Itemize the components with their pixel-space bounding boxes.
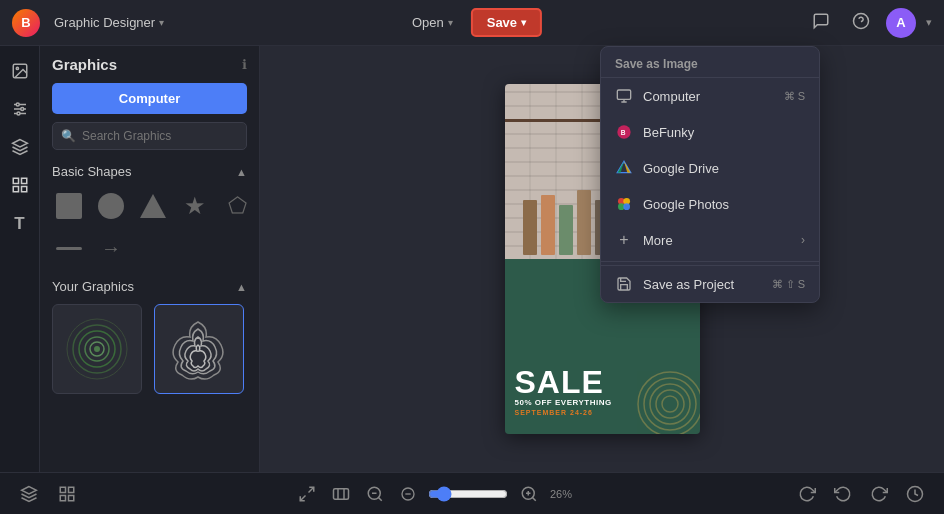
graphic-item-1[interactable] — [52, 304, 142, 394]
text-icon: T — [14, 214, 24, 234]
history-btn[interactable] — [902, 481, 928, 507]
save-google-photos-item[interactable]: Google Photos — [601, 186, 819, 222]
your-graphics-section-header[interactable]: Your Graphics ▲ — [52, 279, 247, 294]
save-more-item[interactable]: + More › — [601, 222, 819, 258]
app-logo: B — [12, 9, 40, 37]
svg-rect-29 — [60, 495, 65, 500]
layers-bottom-btn[interactable] — [16, 481, 42, 507]
google-drive-icon — [615, 159, 633, 177]
layers-icon — [11, 138, 29, 159]
save-project-shortcut: ⌘ ⇧ S — [772, 278, 805, 291]
filters-sidebar-btn[interactable] — [4, 94, 36, 126]
sale-main-text: SALE — [515, 366, 612, 398]
grid-icon — [11, 176, 29, 197]
zoom-reset-btn[interactable] — [396, 482, 420, 506]
dropdown-header: Save as Image — [601, 47, 819, 78]
elements-sidebar-btn[interactable] — [4, 170, 36, 202]
shape-square[interactable] — [52, 189, 86, 223]
shape-circle[interactable] — [94, 189, 128, 223]
svg-point-9 — [17, 112, 20, 115]
save-button[interactable]: Save ▾ — [471, 8, 542, 37]
svg-line-31 — [309, 487, 314, 492]
save-dropdown-menu: Save as Image Computer ⌘ S B BeFunky — [600, 46, 820, 303]
text-sidebar-btn[interactable]: T — [4, 208, 36, 240]
your-graphics-title: Your Graphics — [52, 279, 134, 294]
shape-line[interactable] — [52, 231, 86, 265]
bottombar: 26% — [0, 472, 944, 514]
graphics-panel: Graphics ℹ Computer 🔍 Basic Shapes ▲ ★ ⬠… — [40, 46, 260, 472]
svg-point-57 — [623, 203, 630, 210]
icon-sidebar: T — [0, 46, 40, 472]
svg-rect-28 — [69, 487, 74, 492]
save-as-project-item[interactable]: Save as Project ⌘ ⇧ S — [601, 265, 819, 302]
svg-point-8 — [20, 107, 23, 110]
fit-screen-btn[interactable] — [328, 481, 354, 507]
svg-point-7 — [16, 103, 19, 106]
image-icon — [11, 62, 29, 83]
basic-shapes-title: Basic Shapes — [52, 164, 132, 179]
avatar-button[interactable]: A — [886, 8, 916, 38]
shape-triangle[interactable] — [136, 189, 170, 223]
google-photos-icon — [615, 195, 633, 213]
panel-title: Graphics — [52, 56, 117, 73]
sliders-icon — [11, 100, 29, 121]
basic-shapes-chevron: ▲ — [236, 166, 247, 178]
shape-arrow[interactable]: → — [94, 231, 128, 265]
avatar-label: A — [896, 15, 905, 30]
graphics-sidebar-btn[interactable] — [4, 56, 36, 88]
avatar-chevron: ▾ — [926, 16, 932, 29]
svg-point-3 — [16, 67, 18, 69]
svg-rect-11 — [13, 178, 18, 183]
graphic-item-2[interactable] — [154, 304, 244, 394]
search-bar[interactable]: 🔍 — [52, 122, 247, 150]
panel-header: Graphics ℹ — [52, 56, 247, 73]
help-icon — [852, 12, 870, 34]
svg-rect-14 — [21, 186, 26, 191]
more-arrow-icon: › — [801, 233, 805, 247]
save-computer-item[interactable]: Computer ⌘ S — [601, 78, 819, 114]
befunky-icon: B — [615, 123, 633, 141]
topbar-center: Open ▾ Save ▾ — [402, 8, 542, 37]
undo-btn[interactable] — [830, 481, 856, 507]
zoom-in-btn[interactable] — [516, 481, 542, 507]
layers-sidebar-btn[interactable] — [4, 132, 36, 164]
svg-rect-12 — [21, 178, 26, 183]
computer-button[interactable]: Computer — [52, 83, 247, 114]
zoom-out-btn[interactable] — [362, 481, 388, 507]
fullscreen-btn[interactable] — [294, 481, 320, 507]
basic-shapes-section-header[interactable]: Basic Shapes ▲ — [52, 164, 247, 179]
sale-date-text: SEPTEMBER 24-26 — [515, 409, 612, 416]
shapes-grid: ★ ⬠ → — [52, 189, 247, 265]
help-icon-button[interactable] — [846, 8, 876, 38]
your-graphics-chevron: ▲ — [236, 281, 247, 293]
zoom-slider[interactable] — [428, 486, 508, 502]
chat-icon-button[interactable] — [806, 8, 836, 38]
save-google-drive-item[interactable]: Google Drive — [601, 150, 819, 186]
dropdown-divider — [601, 261, 819, 262]
svg-rect-33 — [334, 488, 349, 499]
more-icon: + — [615, 231, 633, 249]
svg-rect-30 — [69, 495, 74, 500]
save-befunky-item[interactable]: B BeFunky — [601, 114, 819, 150]
shape-pentagon[interactable]: ⬠ — [220, 189, 254, 223]
redo2-btn[interactable] — [866, 481, 892, 507]
svg-point-25 — [662, 396, 678, 412]
computer-shortcut: ⌘ S — [784, 90, 805, 103]
svg-text:B: B — [621, 129, 626, 136]
svg-point-22 — [644, 378, 696, 430]
redo-btn[interactable] — [794, 481, 820, 507]
svg-rect-13 — [13, 186, 18, 191]
bottombar-right — [794, 481, 928, 507]
svg-rect-27 — [60, 487, 65, 492]
app-title-label: Graphic Designer — [54, 15, 155, 30]
svg-line-32 — [300, 495, 305, 500]
open-button[interactable]: Open ▾ — [402, 10, 463, 35]
shape-star[interactable]: ★ — [178, 189, 212, 223]
topbar-left: B Graphic Designer ▾ — [12, 9, 170, 37]
svg-line-42 — [532, 497, 535, 500]
app-title-button[interactable]: Graphic Designer ▾ — [48, 11, 170, 34]
grid-bottom-btn[interactable] — [54, 481, 80, 507]
topbar: B Graphic Designer ▾ Open ▾ Save ▾ — [0, 0, 944, 46]
info-icon[interactable]: ℹ — [242, 57, 247, 72]
search-input[interactable] — [82, 129, 238, 143]
